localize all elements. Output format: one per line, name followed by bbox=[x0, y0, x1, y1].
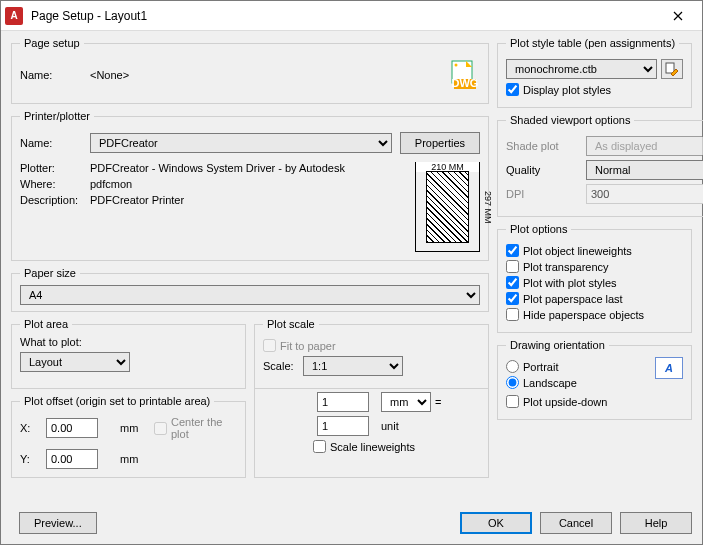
edit-plot-style-button[interactable] bbox=[661, 59, 683, 79]
scale-unit-select[interactable]: mm bbox=[381, 392, 431, 412]
printer-legend: Printer/plotter bbox=[20, 110, 94, 122]
plot-style-legend: Plot style table (pen assignments) bbox=[506, 37, 679, 49]
what-to-plot-label: What to plot: bbox=[20, 336, 237, 348]
app-icon: A bbox=[5, 7, 23, 25]
orientation-icon: A bbox=[655, 357, 683, 379]
plot-scale-legend: Plot scale bbox=[263, 318, 319, 330]
paper-size-group: Paper size A4 bbox=[11, 267, 489, 312]
center-plot-label: Center the plot bbox=[171, 416, 237, 440]
shade-plot-select: As displayed bbox=[586, 136, 703, 156]
offset-x-label: X: bbox=[20, 422, 42, 434]
scale-label: Scale: bbox=[263, 360, 303, 372]
shaded-viewport-legend: Shaded viewport options bbox=[506, 114, 634, 126]
plot-style-group: Plot style table (pen assignments) monoc… bbox=[497, 37, 692, 108]
portrait-radio[interactable] bbox=[506, 360, 519, 373]
shade-plot-label: Shade plot bbox=[506, 140, 586, 152]
orientation-legend: Drawing orientation bbox=[506, 339, 609, 351]
printer-group: Printer/plotter Name: PDFCreator Propert… bbox=[11, 110, 489, 261]
display-plot-styles-label: Display plot styles bbox=[523, 84, 611, 96]
offset-x-unit: mm bbox=[120, 422, 150, 434]
plot-scale-group: Plot scale Fit to paper Scale: 1:1 bbox=[254, 318, 489, 389]
scale-lineweights-label: Scale lineweights bbox=[330, 441, 415, 453]
scale-lineweights-checkbox[interactable] bbox=[313, 440, 326, 453]
properties-button[interactable]: Properties bbox=[400, 132, 480, 154]
svg-point-3 bbox=[455, 64, 458, 67]
quality-select[interactable]: Normal bbox=[586, 160, 703, 180]
orientation-group: Drawing orientation Portrait Landscape A… bbox=[497, 339, 692, 420]
offset-y-unit: mm bbox=[120, 453, 150, 465]
offset-y-label: Y: bbox=[20, 453, 42, 465]
plot-area-legend: Plot area bbox=[20, 318, 72, 330]
upside-down-checkbox[interactable] bbox=[506, 395, 519, 408]
plot-options-legend: Plot options bbox=[506, 223, 571, 235]
dpi-input bbox=[586, 184, 703, 204]
title-bar: A Page Setup - Layout1 bbox=[1, 1, 702, 31]
dpi-label: DPI bbox=[506, 188, 586, 200]
edit-icon bbox=[665, 62, 679, 76]
page-setup-legend: Page setup bbox=[20, 37, 84, 49]
ok-button[interactable]: OK bbox=[460, 512, 532, 534]
plot-scale-units-group: mm = unit Scale lineweights bbox=[254, 388, 489, 478]
close-button[interactable] bbox=[658, 2, 698, 30]
dwg-icon: DWG bbox=[448, 59, 480, 91]
plot-options-group: Plot options Plot object lineweights Plo… bbox=[497, 223, 692, 333]
paper-preview: 210 MM 297 MM bbox=[415, 162, 480, 252]
plotter-value: PDFCreator - Windows System Driver - by … bbox=[90, 162, 345, 174]
what-to-plot-select[interactable]: Layout bbox=[20, 352, 130, 372]
offset-y-input[interactable] bbox=[46, 449, 98, 469]
svg-text:DWG: DWG bbox=[452, 77, 479, 89]
paper-height: 297 MM bbox=[483, 163, 493, 251]
center-plot-checkbox bbox=[154, 422, 167, 435]
help-button[interactable]: Help bbox=[620, 512, 692, 534]
printer-name-select[interactable]: PDFCreator bbox=[90, 133, 392, 153]
scale-equals: = bbox=[435, 396, 451, 408]
plot-offset-group: Plot offset (origin set to printable are… bbox=[11, 395, 246, 478]
page-setup-name-value: <None> bbox=[90, 69, 129, 81]
where-value: pdfcmon bbox=[90, 178, 132, 190]
plot-paperspace-checkbox[interactable] bbox=[506, 292, 519, 305]
where-label: Where: bbox=[20, 178, 90, 190]
desc-value: PDFCreator Printer bbox=[90, 194, 184, 206]
scale-select[interactable]: 1:1 bbox=[303, 356, 403, 376]
shaded-viewport-group: Shaded viewport options Shade plotAs dis… bbox=[497, 114, 703, 217]
plot-offset-legend: Plot offset (origin set to printable are… bbox=[20, 395, 214, 407]
plot-with-styles-checkbox[interactable] bbox=[506, 276, 519, 289]
scale-unit-word: unit bbox=[381, 420, 431, 432]
fit-to-paper-checkbox bbox=[263, 339, 276, 352]
quality-label: Quality bbox=[506, 164, 586, 176]
page-setup-name-label: Name: bbox=[20, 69, 90, 81]
plot-transparency-checkbox[interactable] bbox=[506, 260, 519, 273]
display-plot-styles-checkbox[interactable] bbox=[506, 83, 519, 96]
scale-den-input[interactable] bbox=[317, 416, 369, 436]
landscape-radio[interactable] bbox=[506, 376, 519, 389]
preview-button[interactable]: Preview... bbox=[19, 512, 97, 534]
plotter-label: Plotter: bbox=[20, 162, 90, 174]
desc-label: Description: bbox=[20, 194, 90, 206]
offset-x-input[interactable] bbox=[46, 418, 98, 438]
paper-size-legend: Paper size bbox=[20, 267, 80, 279]
plot-lineweights-checkbox[interactable] bbox=[506, 244, 519, 257]
scale-num-input[interactable] bbox=[317, 392, 369, 412]
hide-paperspace-checkbox[interactable] bbox=[506, 308, 519, 321]
window-title: Page Setup - Layout1 bbox=[31, 9, 147, 23]
close-icon bbox=[673, 11, 683, 21]
printer-name-label: Name: bbox=[20, 137, 90, 149]
plot-area-group: Plot area What to plot: Layout bbox=[11, 318, 246, 389]
fit-to-paper-label: Fit to paper bbox=[280, 340, 336, 352]
cancel-button[interactable]: Cancel bbox=[540, 512, 612, 534]
paper-size-select[interactable]: A4 bbox=[20, 285, 480, 305]
page-setup-group: Page setup Name: <None> DWG bbox=[11, 37, 489, 104]
plot-style-select[interactable]: monochrome.ctb bbox=[506, 59, 657, 79]
